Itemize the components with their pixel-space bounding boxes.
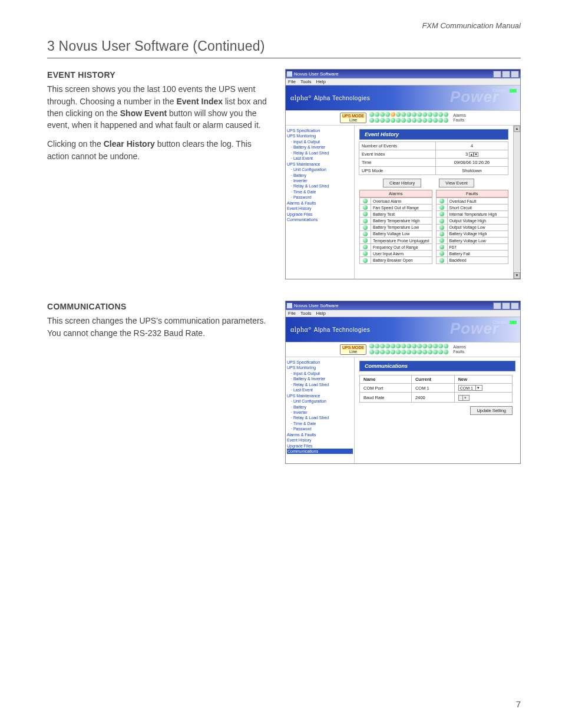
table-row: Battery Temperature High xyxy=(360,218,432,224)
ups-mode-box: UPS MODE Line xyxy=(340,344,366,355)
nav-item[interactable]: · Input & Output xyxy=(287,139,353,144)
table-row: Fan Speed Out of Range xyxy=(360,205,432,211)
menu-tools[interactable]: Tools xyxy=(300,311,312,316)
faults-table: Overload FaultShort CircuitInternal Temp… xyxy=(436,197,509,264)
brand-banner: αlphα° Alpha Technologies Power Comm: xyxy=(286,317,520,342)
event-history-para2: Clicking on the Clear History button cle… xyxy=(47,138,271,162)
nav-item[interactable]: · Time & Date xyxy=(287,189,353,195)
spinner-up-icon[interactable]: ▲ xyxy=(469,152,474,157)
nav-item[interactable]: Upgrade Files xyxy=(287,443,353,449)
brand-banner: αlphα° Alpha Technologies Power Comm: xyxy=(286,85,520,110)
nav-tree[interactable]: UPS SpecificationUPS Monitoring· Input &… xyxy=(286,357,355,463)
nav-tree[interactable]: UPS SpecificationUPS Monitoring· Input &… xyxy=(286,126,355,279)
nav-item[interactable]: · Last Event xyxy=(287,156,353,161)
nav-item[interactable]: · Unit Configuration xyxy=(287,167,353,172)
status-led-icon xyxy=(439,251,444,256)
close-button[interactable] xyxy=(511,71,519,78)
nav-item[interactable]: · Time & Date xyxy=(287,421,353,426)
nav-item[interactable]: Event History xyxy=(287,437,353,443)
spinner-down-icon[interactable]: ▼ xyxy=(474,152,478,157)
nav-item[interactable]: Upgrade Files xyxy=(287,212,353,217)
panel-title: Event History xyxy=(359,129,508,140)
nav-item[interactable]: · Relay & Load Shed xyxy=(287,150,353,156)
faults-strip-label: Faults xyxy=(453,350,466,354)
comm-indicator: Comm: xyxy=(492,88,517,93)
scroll-down-icon[interactable]: ▼ xyxy=(514,272,520,279)
status-led-icon xyxy=(439,225,444,230)
event-history-para1: This screen shows you the last 100 event… xyxy=(47,83,271,131)
menu-help[interactable]: Help xyxy=(316,79,326,84)
view-event-button[interactable]: View Event xyxy=(439,179,474,187)
nav-item[interactable]: UPS Specification xyxy=(287,128,353,133)
table-row: Battery Temperature Low xyxy=(360,224,432,230)
nav-item[interactable]: UPS Specification xyxy=(287,360,353,365)
table-row: COM Port COM 1 COM 1▾ xyxy=(360,384,513,393)
menu-tools[interactable]: Tools xyxy=(300,79,312,84)
menu-file[interactable]: File xyxy=(288,311,296,316)
brand-logo: αlphα° Alpha Technologies xyxy=(290,325,370,334)
status-led-icon xyxy=(439,199,444,203)
nav-item[interactable]: · Battery & Inverter xyxy=(287,144,353,150)
status-led-icon xyxy=(439,245,444,249)
com-port-select[interactable]: COM 1▾ xyxy=(458,385,482,391)
status-led-icon xyxy=(363,232,368,236)
menubar: File Tools Help xyxy=(286,78,520,85)
maximize-button[interactable] xyxy=(502,302,510,309)
nav-item[interactable]: · Input & Output xyxy=(287,371,353,376)
scrollbar[interactable]: ▲ ▼ xyxy=(513,126,520,279)
chevron-down-icon[interactable]: ▾ xyxy=(475,386,481,390)
status-led-icon xyxy=(363,251,368,256)
nav-item[interactable]: · Password xyxy=(287,195,353,200)
banner-watermark: Power xyxy=(450,319,499,338)
table-row: Short Circuit xyxy=(436,205,508,211)
menu-file[interactable]: File xyxy=(288,79,296,84)
page-number: 7 xyxy=(516,699,521,709)
nav-item[interactable]: Event History xyxy=(287,206,353,211)
nav-item[interactable]: · Inverter xyxy=(287,178,353,183)
nav-item[interactable]: Communications xyxy=(287,217,353,222)
nav-item[interactable]: Alarms & Faults xyxy=(287,432,353,437)
clear-history-button[interactable]: Clear History xyxy=(383,179,421,187)
nav-item[interactable]: · Password xyxy=(287,426,353,431)
alarms-header: Alarms xyxy=(359,190,432,197)
status-led-icon xyxy=(439,219,444,223)
nav-item[interactable]: · Battery xyxy=(287,173,353,178)
nav-item[interactable]: · Relay & Load Shed xyxy=(287,415,353,420)
brand-logo: αlphα° Alpha Technologies xyxy=(290,94,370,103)
nav-item[interactable]: · Battery & Inverter xyxy=(287,376,353,381)
scroll-up-icon[interactable]: ▲ xyxy=(514,126,520,132)
nav-item[interactable]: · Relay & Load Shed xyxy=(287,183,353,189)
alarms-table: Overload AlarmFan Speed Out of RangeBatt… xyxy=(359,197,432,264)
nav-item[interactable]: · Last Event xyxy=(287,387,353,393)
minimize-button[interactable] xyxy=(493,302,501,309)
nav-item[interactable]: · Inverter xyxy=(287,410,353,415)
status-led-icon xyxy=(439,212,444,216)
maximize-button[interactable] xyxy=(502,71,510,78)
window-title: Novus User Software xyxy=(294,71,339,77)
update-setting-button[interactable]: Update Setting xyxy=(470,406,513,415)
nav-item[interactable]: · Relay & Load Shed xyxy=(287,382,353,387)
menu-help[interactable]: Help xyxy=(316,311,326,316)
status-led-icon xyxy=(363,225,368,230)
event-index-spinner[interactable]: 3▲▼ xyxy=(435,150,508,159)
app-icon xyxy=(287,303,292,308)
faults-led-row xyxy=(369,350,448,355)
table-row: Output Voltage Low xyxy=(436,224,508,230)
nav-item[interactable]: Communications xyxy=(287,449,353,454)
event-kv-grid: Number of Events4 Event Index3▲▼ Time09/… xyxy=(359,142,508,175)
nav-item[interactable]: UPS Monitoring xyxy=(287,365,353,370)
nav-item[interactable]: · Battery xyxy=(287,404,353,410)
nav-item[interactable]: UPS Maintenance xyxy=(287,162,353,167)
screenshot-event-history: Novus User Software File Tools Help αlph… xyxy=(285,69,521,279)
table-row: User Input Alarm xyxy=(360,251,432,257)
status-led-icon xyxy=(363,199,368,203)
status-led-icon xyxy=(439,205,444,210)
nav-item[interactable]: Alarms & Faults xyxy=(287,200,353,206)
screenshot-communications: Novus User Software File Tools Help αlph… xyxy=(285,301,521,464)
nav-item[interactable]: UPS Monitoring xyxy=(287,133,353,139)
table-row: Battery Voltage High xyxy=(436,230,508,237)
nav-item[interactable]: · Unit Configuration xyxy=(287,398,353,404)
nav-item[interactable]: UPS Maintenance xyxy=(287,393,353,398)
close-button[interactable] xyxy=(511,302,519,309)
minimize-button[interactable] xyxy=(493,71,501,78)
